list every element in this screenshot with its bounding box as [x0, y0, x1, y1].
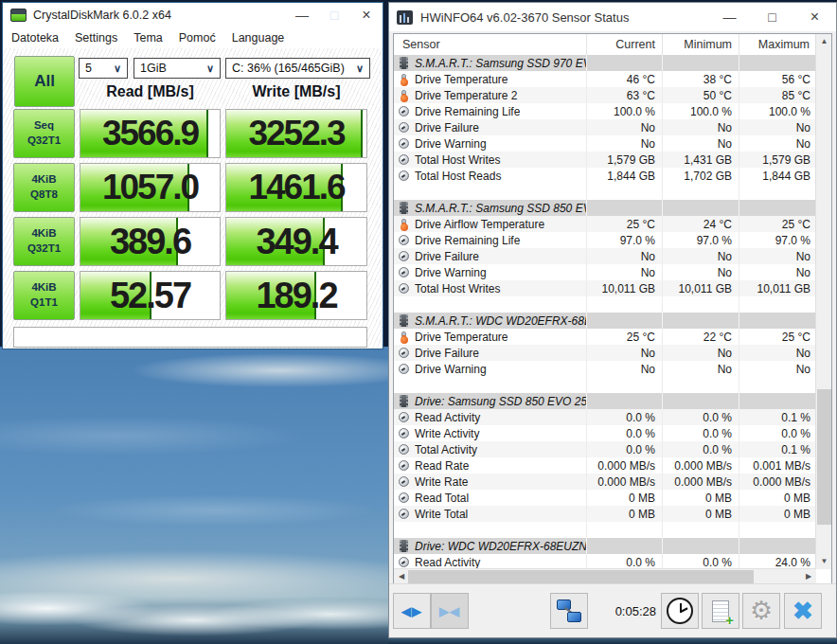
test-size-select[interactable]: 1GiB ∨ [134, 58, 221, 79]
remote-monitoring-button[interactable] [550, 593, 588, 629]
comment-textbox[interactable] [13, 327, 367, 348]
sensor-group-header[interactable]: Drive: WDC WD20EFRX-68EUZN0 (... [394, 538, 817, 554]
vertical-scrollbar[interactable]: ▲ ▼ [815, 34, 831, 569]
gauge-icon [397, 138, 411, 149]
group-maximum-cell [739, 393, 817, 409]
sensor-row[interactable]: Total Activity0.0 %0.0 %0.1 % [394, 441, 817, 457]
thermometer-icon-shape [401, 90, 406, 101]
gauge-icon [397, 557, 411, 567]
test-type-button[interactable]: SeqQ32T1 [13, 109, 75, 158]
gauge-hand [401, 239, 405, 242]
sensor-row[interactable]: Drive FailureNoNoNo [394, 248, 817, 264]
minimize-icon[interactable]: — [708, 9, 751, 25]
sensor-row[interactable]: Read Activity0.0 %0.0 %0.1 % [394, 409, 817, 425]
close-icon[interactable]: × [350, 7, 383, 24]
menu-item-datoteka[interactable]: Datoteka [11, 31, 59, 45]
sensor-group-header[interactable]: S.M.A.R.T.: Samsung SSD 970 EVO... [394, 55, 817, 71]
sensor-row[interactable]: Drive FailureNoNoNo [394, 345, 817, 361]
minimize-icon[interactable]: — [286, 8, 318, 23]
menu-item-language[interactable]: Language [232, 31, 285, 45]
sensor-group-header[interactable]: S.M.A.R.T.: Samsung SSD 850 EVO... [394, 200, 817, 216]
sensor-row[interactable]: Drive Temperature25 °C22 °C25 °C [394, 329, 817, 345]
sensor-current: 25 °C [587, 329, 663, 345]
sensor-row[interactable]: Write Activity0.0 %0.0 %0.0 % [394, 425, 817, 441]
sensor-row[interactable]: Write Rate0.000 MB/s0.000 MB/s0.000 MB/s [394, 474, 817, 490]
vertical-scrollbar-thumb[interactable] [817, 389, 831, 525]
sensor-row[interactable]: Read Total0 MB0 MB0 MB [394, 490, 817, 506]
sensor-row[interactable]: Total Host Reads1,844 GB1,702 GB1,844 GB [394, 168, 817, 184]
sensor-group-header[interactable]: S.M.A.R.T.: WDC WD20EFRX-68E... [394, 313, 817, 329]
test-count-select[interactable]: 5 ∨ [79, 58, 128, 79]
gauge-icon-shape [399, 509, 409, 519]
expand-window-button[interactable]: ◀▶ [393, 593, 431, 629]
test-type-label: Q32T1 [14, 242, 74, 257]
test-type-button[interactable]: 4KiBQ8T8 [13, 163, 75, 212]
hw-window-title: HWiNFO64 v6.02-3670 Sensor Status [420, 10, 708, 25]
sensor-row[interactable]: Drive Airflow Temperature25 °C24 °C25 °C [394, 216, 817, 232]
write-result-value: 1461.6 [226, 164, 366, 211]
scroll-left-icon[interactable]: ◀ [394, 569, 409, 584]
scroll-up-icon[interactable]: ▲ [816, 34, 832, 49]
sensor-minimum: 97.0 % [663, 232, 739, 248]
sensor-row[interactable]: Drive Remaining Life100.0 %100.0 %100.0 … [394, 103, 817, 119]
sensor-minimum: 1,431 GB [663, 152, 739, 168]
chip-icon [397, 395, 411, 407]
close-icon[interactable]: × [793, 9, 836, 26]
collapse-window-button[interactable]: ▶◀ [431, 593, 469, 629]
column-minimum[interactable]: Minimum [663, 34, 739, 55]
hwinfo-app-icon [397, 10, 413, 25]
report-plus-icon: + [712, 600, 729, 622]
sensor-row[interactable]: Drive WarningNoNoNo [394, 135, 817, 152]
scroll-right-icon[interactable]: ▶ [801, 569, 816, 584]
drive-select[interactable]: C: 36% (165/465GiB) ∨ [225, 58, 370, 79]
cdm-content: All 5 ∨ 1GiB ∨ C: 36% (165/465GiB) ∨ Rea… [3, 48, 383, 349]
gauge-hand [401, 287, 405, 291]
gauge-icon-shape [399, 364, 409, 374]
maximize-icon[interactable]: □ [751, 9, 793, 25]
sensor-maximum: No [739, 345, 817, 361]
test-type-button[interactable]: 4KiBQ32T1 [13, 217, 75, 266]
chevron-down-icon: ∨ [206, 63, 214, 75]
close-sensors-button[interactable]: ✖ [784, 593, 822, 629]
menu-item-settings[interactable]: Settings [75, 31, 117, 45]
column-sensor[interactable]: Sensor [394, 34, 587, 55]
menu-item-pomoć[interactable]: Pomoć [179, 31, 216, 45]
sensor-row[interactable]: Drive WarningNoNoNo [394, 361, 817, 377]
chip-icon-shape [400, 314, 408, 327]
horizontal-scrollbar-thumb[interactable] [408, 570, 754, 583]
sensor-row[interactable]: Drive FailureNoNoNo [394, 119, 817, 135]
gauge-hand [401, 561, 405, 564]
settings-button[interactable]: ⚙ [742, 593, 780, 629]
sensor-maximum: No [739, 361, 817, 377]
sensor-name: Total Host Writes [415, 153, 500, 167]
test-type-button[interactable]: 4KiBQ1T1 [13, 271, 75, 320]
sensor-minimum: 50 °C [663, 87, 739, 103]
sensor-name-cell: Read Rate [394, 457, 587, 474]
group-title: S.M.A.R.T.: Samsung SSD 970 EVO... [415, 57, 587, 70]
column-maximum[interactable]: Maximum [739, 34, 816, 55]
sensor-row[interactable]: Drive Remaining Life97.0 %97.0 %97.0 % [394, 232, 817, 248]
sensor-table-header: Sensor Current Minimum Maximum [394, 34, 831, 55]
sensor-row[interactable]: Write Total0 MB0 MB0 MB [394, 506, 817, 522]
sensor-group-header[interactable]: Drive: Samsung SSD 850 EVO 250G... [394, 393, 817, 409]
group-minimum-cell [663, 200, 739, 216]
scroll-down-icon[interactable]: ▼ [816, 554, 832, 569]
sensor-row[interactable]: Drive Temperature 263 °C50 °C85 °C [394, 87, 817, 103]
spacer-cell [587, 184, 663, 200]
clock-button[interactable] [661, 593, 699, 629]
sensor-maximum: 25 °C [739, 216, 817, 232]
thermometer-icon [397, 90, 411, 101]
horizontal-scrollbar[interactable]: ◀ ▶ [394, 568, 816, 583]
menu-item-tema[interactable]: Tema [134, 31, 163, 45]
sensor-row[interactable]: Total Host Writes10,011 GB10,011 GB10,01… [394, 280, 817, 296]
all-test-button[interactable]: All [14, 56, 75, 107]
report-logging-button[interactable]: + [702, 593, 739, 629]
spacer-cell [394, 184, 587, 200]
sensor-row[interactable]: Drive WarningNoNoNo [394, 264, 817, 280]
sensor-row[interactable]: Drive Temperature46 °C38 °C56 °C [394, 71, 817, 87]
sensor-row[interactable]: Read Rate0.000 MB/s0.000 MB/s0.001 MB/s [394, 457, 817, 474]
sensor-row[interactable]: Total Host Writes1,579 GB1,431 GB1,579 G… [394, 152, 817, 168]
test-count-value: 5 [85, 62, 92, 75]
column-current[interactable]: Current [587, 34, 663, 55]
sensor-minimum: 0.0 % [663, 409, 739, 425]
